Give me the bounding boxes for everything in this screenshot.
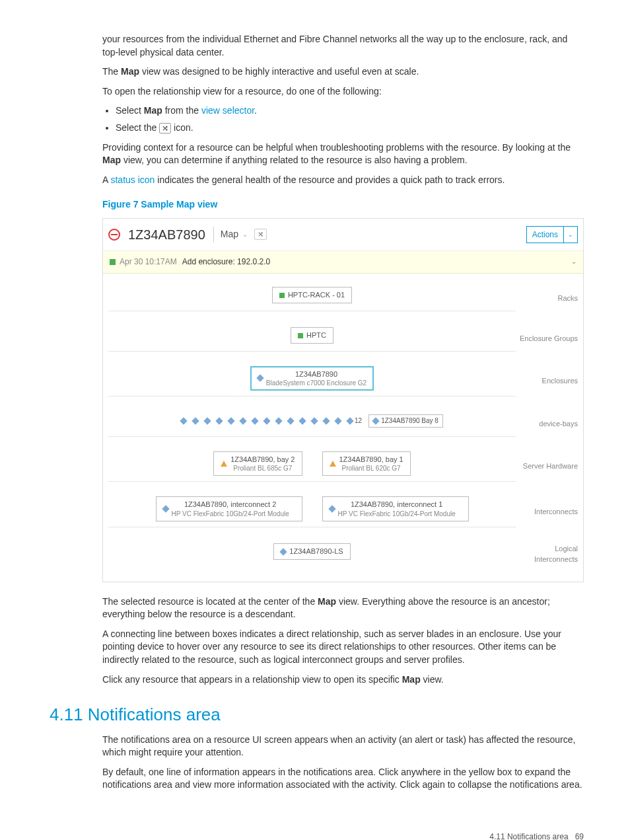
map-icon: ⤨ bbox=[159, 123, 171, 134]
intro-p1: your resources from the individual Ether… bbox=[102, 33, 584, 59]
bay-icon[interactable] bbox=[334, 417, 341, 424]
enclosure-node-selected[interactable]: 1Z34AB7890 BladeSystem c7000 Enclosure G… bbox=[250, 366, 374, 391]
section-p2: By default, one line of information appe… bbox=[102, 766, 584, 792]
bay-icon[interactable] bbox=[263, 417, 270, 424]
row-label-enclosures: Enclosures bbox=[516, 376, 578, 386]
rack-node[interactable]: HPTC-RACK - 01 bbox=[272, 287, 352, 303]
bay-icon[interactable] bbox=[346, 417, 353, 424]
status-unknown-icon bbox=[280, 548, 287, 555]
notification-message: Add enclosure: 192.0.2.0 bbox=[182, 256, 270, 268]
figure-header: 1Z34AB7890 Map ⌄ ⤨ Actions ⌄ bbox=[103, 219, 583, 251]
intro-p5: A status icon indicates the general heal… bbox=[102, 174, 584, 187]
bay-icon[interactable] bbox=[227, 417, 234, 424]
row-label-racks: Racks bbox=[516, 293, 578, 303]
map-icon[interactable]: ⤨ bbox=[254, 229, 267, 240]
interconnect-node[interactable]: 1Z34AB7890, interconnect 1 HP VC FlexFab… bbox=[322, 496, 469, 521]
sample-map-figure: 1Z34AB7890 Map ⌄ ⤨ Actions ⌄ Apr 30 10:1… bbox=[102, 218, 584, 582]
bay-icon[interactable] bbox=[310, 417, 318, 424]
status-unknown-icon bbox=[162, 505, 169, 512]
after-p1: The selected resource is located at the … bbox=[102, 595, 584, 621]
bay-icon[interactable] bbox=[192, 417, 199, 424]
chevron-down-icon[interactable]: ⌄ bbox=[242, 230, 248, 239]
bay-icon[interactable] bbox=[298, 417, 306, 424]
bay-icon[interactable] bbox=[275, 417, 282, 424]
status-ok-icon bbox=[298, 333, 303, 338]
status-unknown-icon bbox=[328, 505, 335, 512]
status-warning-icon bbox=[221, 461, 227, 467]
status-icon-link[interactable]: status icon bbox=[110, 174, 155, 185]
view-picker[interactable]: Map bbox=[221, 228, 238, 241]
row-label-enclosure-groups: Enclosure Groups bbox=[516, 334, 578, 344]
resource-title: 1Z34AB7890 bbox=[128, 225, 205, 244]
page-footer: 4.11 Notifications area 69 bbox=[26, 831, 604, 840]
status-unknown-icon bbox=[372, 417, 380, 424]
row-label-logical-interconnects: Logical Interconnects bbox=[516, 544, 578, 564]
bay-icon[interactable] bbox=[251, 417, 258, 424]
server-hw-node[interactable]: 1Z34AB7890, bay 2 Proliant BL 685c G7 bbox=[213, 451, 302, 476]
status-ok-icon bbox=[110, 259, 116, 265]
enclosure-group-node[interactable]: HPTC bbox=[291, 327, 333, 344]
status-ok-icon bbox=[279, 293, 285, 298]
device-bays-row: 12 1Z34AB7890 Bay 8 bbox=[181, 414, 443, 428]
bay-icon[interactable] bbox=[322, 417, 330, 424]
map-body: HPTC-RACK - 01 Racks HPTC Enclosure Grou… bbox=[103, 274, 583, 582]
intro-p4: Providing context for a resource can be … bbox=[102, 141, 584, 167]
list-item: Select the ⤨ icon. bbox=[116, 122, 584, 135]
view-selector-link[interactable]: view selector bbox=[201, 105, 254, 116]
row-label-interconnects: Interconnects bbox=[516, 507, 578, 517]
instruction-list: Select Map from the view selector. Selec… bbox=[102, 104, 584, 134]
bay-icon[interactable] bbox=[203, 417, 211, 424]
interconnect-node[interactable]: 1Z34AB7890, interconnect 2 HP VC FlexFab… bbox=[156, 496, 302, 521]
bay-icon[interactable] bbox=[239, 417, 246, 424]
logical-interconnect-node[interactable]: 1Z34AB7890-LS bbox=[273, 543, 350, 560]
page-content: your resources from the individual Ether… bbox=[26, 33, 604, 686]
section-p1: The notifications area on a resource UI … bbox=[102, 734, 584, 759]
bay-icon[interactable] bbox=[287, 417, 294, 424]
bay-icon[interactable] bbox=[215, 417, 223, 424]
intro-p2: The Map view was designed to be highly i… bbox=[102, 65, 584, 79]
bay-icon[interactable] bbox=[180, 417, 187, 424]
chevron-down-icon: ⌄ bbox=[564, 228, 577, 242]
figure-caption: Figure 7 Sample Map view bbox=[102, 198, 584, 211]
section-heading: 4.11 Notifications area bbox=[26, 703, 604, 726]
notification-time: Apr 30 10:17AM bbox=[120, 256, 177, 268]
row-label-server-hardware: Server Hardware bbox=[516, 461, 578, 471]
after-p2: A connecting line between boxes indicate… bbox=[102, 628, 584, 667]
collapse-icon[interactable] bbox=[108, 229, 120, 241]
bay-node[interactable]: 1Z34AB7890 Bay 8 bbox=[368, 414, 443, 428]
status-unknown-icon bbox=[256, 375, 263, 382]
actions-button[interactable]: Actions ⌄ bbox=[526, 226, 578, 244]
notification-bar[interactable]: Apr 30 10:17AM Add enclosure: 192.0.2.0 … bbox=[103, 251, 583, 274]
row-label-device-bays: device-bays bbox=[516, 419, 578, 429]
after-p3: Click any resource that appears in a rel… bbox=[102, 673, 584, 687]
intro-p3: To open the relationship view for a reso… bbox=[102, 85, 584, 98]
status-warning-icon bbox=[330, 461, 336, 467]
section-content: The notifications area on a resource UI … bbox=[26, 734, 604, 792]
list-item: Select Map from the view selector. bbox=[116, 104, 584, 118]
chevron-down-icon[interactable]: ⌄ bbox=[571, 257, 577, 266]
server-hw-node[interactable]: 1Z34AB7890, bay 1 Proliant BL 620c G7 bbox=[322, 451, 411, 476]
